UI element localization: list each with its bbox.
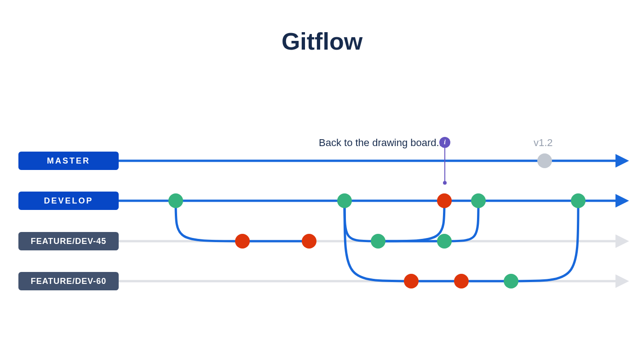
commit-f45b xyxy=(302,234,316,249)
commit-f45c xyxy=(371,234,385,249)
commit-d3 xyxy=(437,193,452,208)
link-f45d-d4 xyxy=(444,201,478,241)
gitflow-diagram xyxy=(0,0,644,362)
link-f45c-d3 xyxy=(378,201,444,241)
commit-d4 xyxy=(471,193,486,208)
commit-d5 xyxy=(571,193,586,208)
commit-f45d xyxy=(437,234,452,249)
commit-f60a xyxy=(404,274,419,288)
commit-f60b xyxy=(454,274,469,288)
link-d2-f45c xyxy=(345,201,378,241)
annotation-drop-dot xyxy=(443,181,447,185)
commit-m1 xyxy=(537,153,552,168)
commit-f60c xyxy=(504,274,518,288)
commit-d1 xyxy=(168,193,183,208)
commit-f45a xyxy=(235,234,250,249)
link-d1-f45a xyxy=(176,201,242,241)
commit-d2 xyxy=(337,193,352,208)
